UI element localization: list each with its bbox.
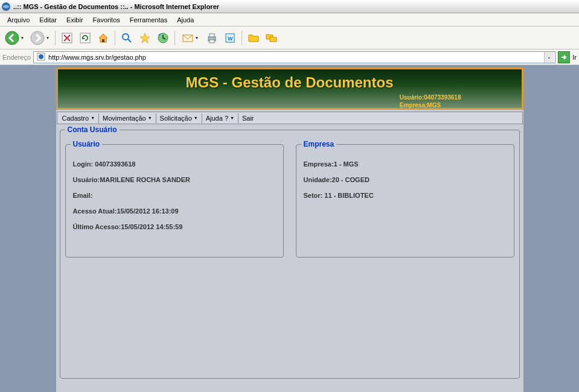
page-content: MGS - Gestão de Documentos Usuário:04073… — [56, 68, 523, 392]
company-field: Empresa:1 - MGS — [304, 160, 509, 168]
address-input-wrapper: ⌄ — [33, 51, 555, 63]
svg-point-15 — [39, 54, 43, 59]
menu-movimentacao[interactable]: Movimentação▼ — [99, 113, 156, 123]
svg-rect-11 — [210, 40, 214, 43]
ie-page-icon — [37, 52, 45, 62]
folder-button[interactable] — [245, 30, 262, 46]
current-access-field: Acesso Atual:15/05/2012 16:13:09 — [73, 207, 278, 215]
app-banner: MGS - Gestão de Documentos Usuário:04073… — [56, 68, 523, 110]
username-field: Usuário:MARILENE ROCHA SANDER — [73, 176, 278, 183]
edit-button[interactable]: W — [222, 30, 238, 46]
menu-solicitacao[interactable]: Solicitação▼ — [156, 113, 202, 123]
banner-user-label: Usuário: — [400, 94, 424, 101]
address-dropdown[interactable]: ⌄ — [544, 52, 554, 63]
back-button[interactable]: ▼ — [2, 30, 27, 46]
svg-rect-4 — [80, 33, 90, 43]
menu-ajuda-app[interactable]: Ajuda ?▼ — [202, 113, 238, 123]
address-bar: Endereço ⌄ Ir — [0, 49, 579, 65]
company-fieldset: Empresa Empresa:1 - MGS Unidade:20 - COG… — [296, 140, 514, 258]
svg-rect-5 — [102, 39, 104, 42]
content-body: Conta Usuário Usuário Login: 04073393618… — [56, 125, 523, 379]
toolbar-separator — [242, 31, 242, 45]
menu-sair[interactable]: Sair — [238, 113, 258, 123]
print-button[interactable] — [203, 30, 220, 46]
toolbar-separator — [174, 31, 175, 45]
sector-field: Setor: 11 - BIBLIOTEC — [304, 192, 509, 199]
window-title: ..:: MGS - Gestão de Documentos ::.. - M… — [13, 3, 219, 10]
chevron-down-icon: ▼ — [194, 116, 198, 120]
chevron-down-icon: ▼ — [230, 116, 234, 120]
chevron-down-icon: ▼ — [91, 116, 95, 120]
svg-point-6 — [123, 34, 129, 40]
history-button[interactable] — [155, 30, 171, 46]
unit-field: Unidade:20 - COGED — [304, 176, 509, 183]
svg-text:W: W — [228, 36, 233, 42]
chevron-down-icon: ▼ — [195, 36, 199, 40]
user-legend: Usuário — [71, 140, 103, 148]
company-legend: Empresa — [301, 140, 337, 148]
browser-toolbar: ▼ ▼ ▼ W — [0, 27, 579, 49]
menu-exibir[interactable]: Exibir — [62, 14, 88, 25]
favorites-button[interactable] — [136, 30, 153, 46]
address-input[interactable] — [47, 53, 544, 62]
toolbar-separator — [115, 31, 115, 45]
folders-button[interactable] — [263, 30, 280, 46]
menu-cadastro[interactable]: Cadastro▼ — [59, 113, 100, 123]
mail-button[interactable]: ▼ — [178, 30, 202, 46]
menu-ferramentas[interactable]: Ferramentas — [125, 14, 172, 25]
refresh-button[interactable] — [77, 30, 94, 46]
home-button[interactable] — [95, 30, 112, 46]
svg-point-1 — [5, 31, 19, 45]
email-field: Email: — [73, 192, 278, 199]
go-label: Ir — [572, 54, 577, 61]
app-menubar: Cadastro▼ Movimentação▼ Solicitação▼ Aju… — [57, 112, 523, 124]
toolbar-separator — [55, 31, 56, 45]
ie-app-icon — [1, 2, 11, 11]
menu-editar[interactable]: Editar — [34, 14, 62, 25]
svg-rect-10 — [210, 34, 214, 37]
viewport: MGS - Gestão de Documentos Usuário:04073… — [0, 65, 579, 392]
login-field: Login: 04073393618 — [73, 160, 278, 168]
svg-point-2 — [31, 31, 44, 45]
menu-ajuda[interactable]: Ajuda — [172, 14, 199, 25]
app-title: MGS - Gestão de Documentos — [58, 69, 522, 91]
menu-arquivo[interactable]: Arquivo — [2, 14, 34, 25]
banner-company-label: Empresa: — [400, 102, 427, 109]
user-fieldset: Usuário Login: 04073393618 Usuário:MARIL… — [65, 140, 284, 258]
chevron-down-icon: ▼ — [46, 36, 50, 40]
chevron-down-icon: ▼ — [148, 116, 152, 120]
account-fieldset: Conta Usuário Usuário Login: 04073393618… — [60, 125, 520, 379]
account-legend: Conta Usuário — [65, 125, 120, 134]
address-label: Endereço — [2, 54, 31, 61]
forward-button[interactable]: ▼ — [28, 30, 52, 46]
window-titlebar: ..:: MGS - Gestão de Documentos ::.. - M… — [0, 0, 579, 13]
banner-user-value: 04073393618 — [424, 94, 461, 101]
banner-user-info: Usuário:04073393618 Empresa:MGS — [400, 93, 461, 109]
chevron-down-icon: ▼ — [21, 36, 24, 40]
stop-button[interactable] — [59, 30, 75, 46]
search-button[interactable] — [118, 30, 135, 46]
last-access-field: Último Acesso:15/05/2012 14:55:59 — [73, 223, 278, 230]
browser-menubar: Arquivo Editar Exibir Favoritos Ferramen… — [0, 13, 579, 27]
go-button[interactable] — [558, 51, 570, 63]
banner-company-value: MGS — [427, 102, 441, 109]
menu-favoritos[interactable]: Favoritos — [88, 14, 125, 25]
